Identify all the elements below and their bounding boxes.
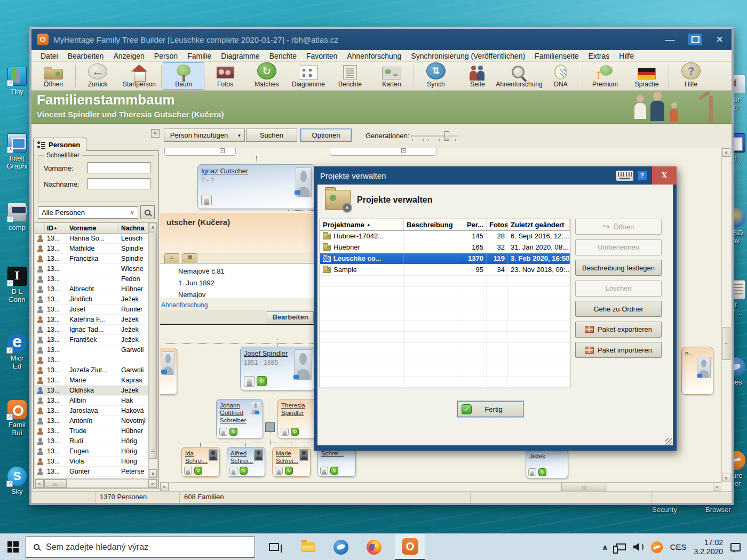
dialog-button-l-schen[interactable]: Löschen xyxy=(575,281,662,297)
person-box-jezek[interactable]: Ježek xyxy=(526,450,568,478)
menu-item-ahnenforschung[interactable]: Ahnenforschung xyxy=(342,52,406,60)
toolbar-synch[interactable]: Synch xyxy=(415,62,457,90)
close-button[interactable]: × xyxy=(716,34,723,45)
menu-item-favoriten[interactable]: Favoriten xyxy=(301,52,342,60)
person-row[interactable]: 13...AlbrechtHübner xyxy=(35,284,148,294)
thunderbird-button[interactable] xyxy=(329,534,353,560)
column-zuletzt-geaendert[interactable]: Zuletzt geändert xyxy=(508,219,570,230)
person-box-josef-spindler[interactable]: Josef Spindler 1851 - 1885 xyxy=(240,347,315,390)
person-row[interactable]: 13...Hanna So...Leusch xyxy=(35,234,148,244)
person-row[interactable]: 13...MarieKapras xyxy=(35,375,148,386)
tree-vertical-scrollbar[interactable]: ∧ ≡ ∨ xyxy=(721,148,730,482)
partial-person-box[interactable] xyxy=(164,148,236,156)
person-box-marie-schreiber[interactable]: Marie Schrei... xyxy=(272,447,311,477)
project-row-leuschke-co[interactable]: Leuschke co...13701193. Feb 2020, 16:50 xyxy=(320,253,570,265)
tree-expand-button[interactable]: + xyxy=(220,148,225,153)
tree-horizontal-scrollbar[interactable]: < ||| > xyxy=(160,482,721,491)
maximize-button[interactable] xyxy=(688,34,702,45)
column-vorname[interactable]: Vorname xyxy=(67,223,119,233)
marriage-icon[interactable] xyxy=(265,422,275,432)
start-button[interactable] xyxy=(0,534,26,560)
person-row[interactable]: 13...Ignác Tad...Ježek xyxy=(35,325,148,335)
person-box-ignaz-gutscher[interactable]: Ignaz Gutscher ? - ? xyxy=(197,164,315,209)
tab-residence-icon[interactable]: ⌂ xyxy=(164,253,179,263)
menu-item-datei[interactable]: Datei xyxy=(36,52,63,60)
person-box-ida-schreiber[interactable]: Ida Schrei... xyxy=(181,447,220,477)
toolbar-hilfe[interactable]: Hilfe xyxy=(670,62,712,90)
person-row[interactable]: 13...Garwoli xyxy=(35,345,148,355)
person-name-link[interactable]: Ježek xyxy=(529,452,565,460)
person-name-link[interactable]: Schrei... xyxy=(321,450,347,457)
person-row[interactable]: 13...Jozefa Ziut...Garwoli xyxy=(35,365,148,375)
dialog-button-gehe-zu-ordner[interactable]: Gehe zu Ordner xyxy=(575,301,662,317)
dialog-close-button[interactable]: X xyxy=(652,166,677,185)
person-row[interactable]: 13...Fedon xyxy=(35,274,148,284)
toolbar-baum[interactable]: Baum xyxy=(163,62,204,90)
person-name-link[interactable]: Ignaz Gutscher xyxy=(201,167,311,175)
speaker-icon[interactable] xyxy=(633,543,643,551)
menu-item-bearbeiten[interactable]: Bearbeiten xyxy=(63,52,109,60)
project-row-huebner[interactable]: Huebner1653231. Jan 2020, 08:... xyxy=(320,242,570,253)
desktop-icon-micr-ed[interactable]: Micr Ed xyxy=(2,333,32,370)
person-name-link[interactable]: Johann Gottfried Schreiber xyxy=(220,402,248,424)
last-name-input[interactable] xyxy=(88,178,150,189)
sidebar-collapse-button[interactable]: < xyxy=(151,129,160,138)
desktop-icon-d-l-conn[interactable]: D-L Conn xyxy=(2,267,32,303)
scrollbar-thumb[interactable]: ||| xyxy=(561,483,607,491)
firefox-button[interactable] xyxy=(362,534,386,560)
desktop-icon-sky[interactable]: Sky xyxy=(2,467,32,495)
scroll-right-button[interactable]: > xyxy=(713,483,721,491)
person-box-schreiber-child[interactable]: Schrei... xyxy=(317,447,356,477)
dialog-button-beschreibung-festlegen[interactable]: Beschreibung festlegen xyxy=(575,260,662,276)
person-row[interactable]: 13...ViolaHörig xyxy=(35,457,148,467)
person-name-link[interactable]: n... xyxy=(685,349,710,357)
toolbar-dna[interactable]: DNA xyxy=(540,62,582,90)
person-name-link[interactable]: Ida Schrei... xyxy=(185,450,209,465)
tab-personen[interactable]: Personen xyxy=(33,138,86,151)
avast-icon[interactable] xyxy=(651,541,663,553)
person-box-partial-left[interactable] xyxy=(160,348,177,395)
person-row[interactable]: 13...OldřiškaJežek xyxy=(35,386,148,396)
scroll-down-button[interactable]: ∨ xyxy=(149,469,157,478)
dialog-button-ffnen[interactable]: Öffnen xyxy=(575,219,662,235)
toolbar-startperson[interactable]: Startperson xyxy=(118,62,160,90)
person-row[interactable]: 13...JaroslavaHaková xyxy=(35,406,148,416)
person-list-hscrollbar[interactable]: < ||| > xyxy=(35,479,157,488)
clock[interactable]: 17:02 3.2.2020 xyxy=(694,538,724,556)
file-explorer-button[interactable] xyxy=(296,534,320,560)
keyboard-language[interactable]: CES xyxy=(670,542,687,551)
tab-events-icon[interactable]: ▦ xyxy=(182,253,197,263)
myheritage-taskbar-button[interactable] xyxy=(395,534,425,560)
menu-item-familie[interactable]: Familie xyxy=(182,52,216,60)
desktop-icon-tiny[interactable]: Tiny xyxy=(2,67,32,95)
menu-item-berichte[interactable]: Berichte xyxy=(265,52,301,60)
person-filter-dropdown[interactable]: Alle Personen ∨ xyxy=(38,206,138,219)
column-beschreibung[interactable]: Beschreibung xyxy=(404,219,457,230)
desktop-icon-comp[interactable]: comp xyxy=(2,203,32,231)
first-name-input[interactable] xyxy=(88,162,150,173)
person-row[interactable]: 13...EugenHörig xyxy=(35,446,148,457)
resize-grip[interactable] xyxy=(665,438,672,445)
generations-slider-thumb[interactable] xyxy=(444,131,449,141)
scroll-left-button[interactable]: < xyxy=(35,479,44,487)
person-row[interactable]: 13...Kateřina F...Ježek xyxy=(35,315,148,325)
person-row[interactable]: 13...JindřichJežek xyxy=(35,294,148,305)
dialog-button-paket-importieren[interactable]: Paket importieren xyxy=(575,342,662,358)
toolbar-seite[interactable]: Seite xyxy=(457,62,498,90)
menu-item-anzeigen[interactable]: Anzeigen xyxy=(108,52,149,60)
toolbar-ahnenforschung[interactable]: Ahnenforschung xyxy=(498,62,540,90)
scroll-up-button[interactable]: ∧ xyxy=(149,223,157,231)
person-row[interactable]: 13... xyxy=(35,355,148,365)
column-id[interactable]: ID▲ xyxy=(45,223,67,233)
dialog-title-bar[interactable]: Projekte verwalten ? X xyxy=(314,166,677,185)
project-row-hubner-17042[interactable]: Hubner-17042...145286. Sept 2016, 12:... xyxy=(320,231,570,242)
menu-item-extras[interactable]: Extras xyxy=(584,52,615,60)
column-nachname[interactable]: Nachna xyxy=(119,223,148,233)
generations-slider[interactable] xyxy=(411,130,457,142)
dialog-button-umbenennen[interactable]: Umbenennen xyxy=(575,239,662,255)
ahnenforschung-link[interactable]: Ahnenforschung xyxy=(161,301,208,309)
scroll-up-button[interactable]: ∧ xyxy=(722,148,730,157)
tree-expand-button[interactable]: + xyxy=(401,148,406,153)
menu-item-synchronisierung-ver-ffentlichen[interactable]: Synchronisierung (Veröffentlichen) xyxy=(406,52,530,60)
person-box-johann-schreiber[interactable]: Johann Gottfried Schreiber xyxy=(216,399,263,438)
